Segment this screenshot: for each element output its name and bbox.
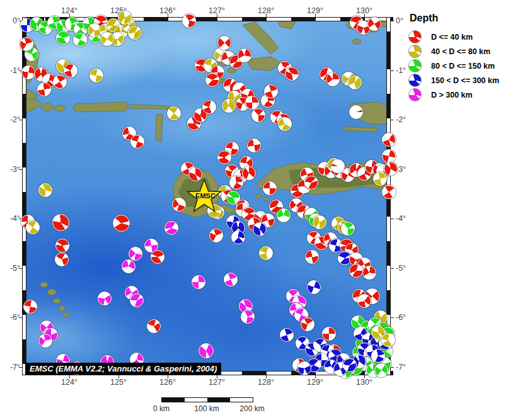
focal-mechanism — [222, 99, 236, 113]
legend-item: D <= 40 km — [408, 30, 499, 44]
focal-mechanism — [89, 69, 103, 82]
seismicity-map-figure: 124°125°126°127°128°129°130°124°125°126°… — [0, 0, 513, 420]
focal-mechanism — [98, 292, 112, 305]
island-misool-strip — [343, 127, 378, 132]
right-axis-label: -4° — [396, 214, 415, 223]
depth-legend: Depth D <= 40 km40 < D <= 80 km80 < D <=… — [408, 13, 499, 102]
focal-mechanism — [305, 250, 319, 264]
scale-bar-label: 100 km — [194, 404, 219, 413]
focal-mechanism — [307, 280, 321, 294]
island-wakatobi1 — [40, 282, 48, 287]
legend-item-label: 150 < D <= 300 km — [431, 76, 499, 85]
focal-mechanism — [238, 48, 251, 62]
focal-mechanism — [384, 162, 398, 176]
legend-title: Depth — [410, 13, 499, 24]
legend-item: D > 300 km — [408, 88, 499, 102]
island-mangole-east — [129, 105, 169, 109]
island-sanana — [156, 115, 163, 142]
focal-mechanism — [205, 73, 219, 87]
focal-mechanism — [122, 259, 135, 273]
legend-beachball-icon — [408, 30, 422, 43]
right-axis-label: -5° — [396, 264, 415, 273]
island-wakatobi5 — [63, 313, 69, 317]
focal-mechanism — [362, 266, 376, 280]
focal-mechanism — [301, 317, 314, 331]
focal-mechanism — [259, 246, 273, 260]
focal-mechanism — [209, 229, 223, 242]
focal-mechanism — [263, 181, 277, 195]
focal-mechanism — [280, 328, 294, 342]
focal-mechanism — [23, 300, 37, 314]
focal-mechanism — [277, 208, 291, 222]
focal-mechanism — [38, 334, 52, 348]
scale-bar-label: 200 km — [239, 404, 264, 413]
legend-item: 40 < D <= 80 km — [408, 44, 499, 59]
focal-mechanism — [224, 273, 238, 287]
left-axis-label: -5° — [3, 264, 20, 273]
right-tick — [391, 120, 394, 120]
focal-mechanism — [182, 14, 196, 28]
focal-mechanism — [241, 310, 255, 324]
focal-mechanism — [371, 349, 385, 363]
island-banggai-e — [55, 105, 65, 111]
legend-beachball-icon — [408, 74, 422, 87]
focal-mechanism — [151, 250, 164, 264]
legend-beachball-icon — [408, 59, 422, 72]
top-axis-label: 130° — [355, 6, 373, 15]
focal-mechanism — [304, 176, 318, 190]
bottom-axis-label: 130° — [354, 378, 374, 387]
island-ne4 — [352, 39, 361, 44]
focal-mechanism — [38, 183, 52, 197]
focal-mechanism — [278, 117, 292, 131]
focal-mechanism — [55, 239, 69, 253]
bottom-axis-label: 125° — [108, 378, 129, 387]
left-axis-label: -7° — [3, 363, 20, 372]
focal-mechanism — [128, 26, 142, 40]
focal-mechanism — [53, 75, 67, 89]
legend-item: 150 < D <= 300 km — [408, 73, 499, 88]
legend-rows: D <= 40 km40 < D <= 80 km80 < D <= 150 k… — [408, 30, 499, 102]
focal-mechanism — [382, 149, 396, 163]
legend-beachball-icon — [408, 88, 422, 101]
focal-mechanism — [147, 319, 161, 333]
focal-mechanism — [55, 253, 69, 266]
focal-mechanism — [367, 17, 381, 31]
focal-mechanism — [217, 150, 231, 164]
scale-bar-segments — [161, 397, 253, 402]
scale-bar: 0 km100 km200 km — [161, 397, 252, 402]
focal-mechanism — [130, 135, 144, 149]
right-axis-label: -2° — [396, 115, 415, 124]
focal-mechanism — [167, 106, 181, 120]
focal-mechanism — [285, 67, 299, 81]
focal-mechanism — [21, 65, 35, 79]
focal-mechanism — [381, 333, 395, 347]
focal-mechanism — [245, 96, 259, 110]
focal-mechanism — [348, 76, 362, 89]
focal-mechanism — [374, 363, 388, 377]
legend-item-label: D <= 40 km — [431, 33, 473, 42]
left-axis-label: -3° — [3, 165, 20, 174]
legend-item-label: 40 < D <= 80 km — [431, 47, 490, 56]
focal-mechanism — [313, 215, 326, 229]
focal-mechanism — [382, 185, 396, 199]
left-axis-label: -6° — [3, 313, 20, 322]
focal-mechanism — [118, 11, 132, 25]
island-seram-s1 — [255, 195, 262, 198]
focal-mechanism — [73, 33, 87, 47]
island-taliabu-mangole — [73, 102, 127, 112]
focal-mechanism — [64, 64, 78, 77]
island-wakatobi4 — [59, 306, 65, 311]
top-axis-label: 124° — [61, 6, 78, 15]
right-tick — [391, 71, 394, 71]
focal-mechanism — [297, 361, 311, 375]
focal-mechanism — [349, 264, 363, 278]
top-axis-label: 127° — [208, 6, 226, 15]
focal-mechanism — [172, 198, 186, 212]
bottom-axis-label: 124° — [59, 378, 79, 387]
right-axis-label: -7° — [396, 363, 415, 372]
focal-mechanism — [331, 159, 345, 173]
focal-mechanism — [113, 215, 130, 232]
focal-mechanism — [192, 275, 205, 289]
focal-mechanism — [357, 294, 371, 308]
right-tick — [391, 21, 394, 21]
